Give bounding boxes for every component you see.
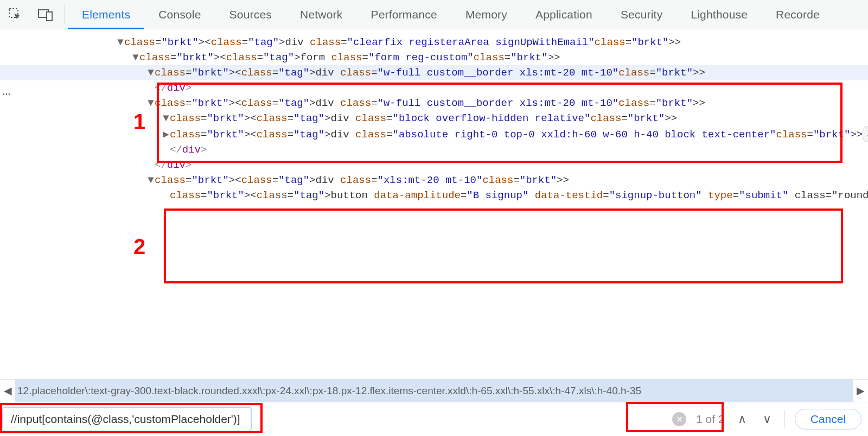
node-div-border-2[interactable]: ▼class="brkt"><class="tag">div class="w-… — [0, 96, 868, 111]
tab-network[interactable]: Network — [286, 0, 356, 29]
tab-performance[interactable]: Performance — [356, 0, 451, 29]
node-div-registerarea[interactable]: ▼class="brkt"><class="tag">div class="cl… — [0, 35, 868, 50]
devtools-tabbar: Elements Console Sources Network Perform… — [0, 0, 868, 29]
node-button-signup[interactable]: class="brkt"><class="tag">button data-am… — [0, 188, 868, 203]
inspect-element-icon[interactable] — [0, 0, 30, 29]
tab-memory[interactable]: Memory — [451, 0, 521, 29]
find-bar: ✕ 1 of 2 ∧ ∨ Cancel — [0, 402, 868, 436]
tab-lighthouse[interactable]: Lighthouse — [676, 0, 762, 29]
tab-application[interactable]: Application — [521, 0, 607, 29]
find-input[interactable] — [2, 407, 252, 432]
panel-tabs: Elements Console Sources Network Perform… — [68, 0, 834, 29]
breadcrumb-scroll-left-icon[interactable]: ◀ — [0, 384, 15, 397]
breadcrumb-selected-node[interactable]: 12.placeholder\:text-gray-300.text-black… — [15, 380, 853, 402]
tab-recorder[interactable]: Recorde — [762, 0, 834, 29]
annotation-box-2 — [164, 208, 843, 283]
divider — [784, 410, 785, 428]
find-next-icon[interactable]: ∨ — [760, 409, 775, 429]
breadcrumb-scroll-right-icon[interactable]: ▶ — [853, 384, 868, 397]
node-div-mt[interactable]: ▼class="brkt"><class="tag">div class="xl… — [0, 173, 868, 188]
find-count: 1 of 2 — [696, 413, 725, 426]
breadcrumb-bar: ◀ 12.placeholder\:text-gray-300.text-bla… — [0, 379, 868, 402]
node-div-relative[interactable]: ▼class="brkt"><class="tag">div class="bl… — [0, 111, 868, 126]
clear-search-icon[interactable]: ✕ — [672, 412, 686, 426]
find-prev-icon[interactable]: ∧ — [735, 409, 750, 429]
tab-sources[interactable]: Sources — [215, 0, 286, 29]
tab-elements[interactable]: Elements — [68, 0, 144, 29]
node-close-div[interactable]: </div> — [0, 157, 868, 173]
find-cancel-button[interactable]: Cancel — [795, 409, 861, 429]
device-toolbar-icon[interactable] — [30, 0, 61, 29]
node-div-absolute[interactable]: ▶class="brkt"><class="tag">div class="ab… — [0, 126, 868, 142]
tab-security[interactable]: Security — [607, 0, 676, 29]
node-div-border-1[interactable]: ▼class="brkt"><class="tag">div class="w-… — [0, 65, 868, 80]
svg-rect-2 — [47, 12, 52, 21]
tab-console[interactable]: Console — [144, 0, 215, 29]
elements-tree[interactable]: … ▼class="brkt"><class="tag">div class="… — [0, 29, 868, 366]
divider — [64, 5, 65, 24]
node-close-div[interactable]: </div> — [0, 142, 868, 157]
annotation-label-2: 2 — [133, 239, 145, 254]
node-form[interactable]: ▼class="brkt"><class="tag">form class="f… — [0, 50, 868, 65]
node-close-div[interactable]: </div> — [0, 80, 868, 96]
annotation-label-1: 1 — [133, 114, 145, 129]
